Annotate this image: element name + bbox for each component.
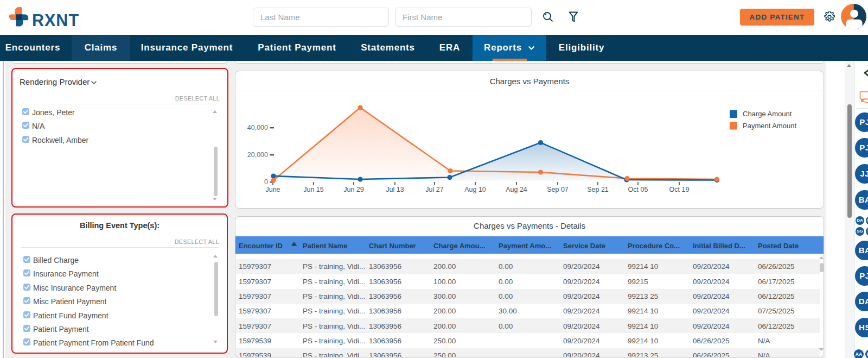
svg-text:40,000: 40,000 bbox=[247, 124, 268, 131]
svg-text:June: June bbox=[265, 186, 280, 193]
svg-text:Aug 24: Aug 24 bbox=[506, 186, 527, 193]
svg-text:Payment Amount: Payment Amount bbox=[743, 122, 796, 130]
svg-text:Jun 15: Jun 15 bbox=[303, 186, 324, 193]
svg-text:Sep 21: Sep 21 bbox=[587, 186, 609, 193]
svg-text:20,000: 20,000 bbox=[247, 151, 268, 159]
svg-text:Oct 19: Oct 19 bbox=[669, 186, 690, 193]
svg-text:Jul 27: Jul 27 bbox=[425, 186, 443, 193]
svg-text:RXNT: RXNT bbox=[32, 11, 79, 29]
svg-text:Jun 29: Jun 29 bbox=[343, 186, 364, 193]
svg-text:0: 0 bbox=[264, 178, 268, 186]
svg-text:Oct 05: Oct 05 bbox=[628, 186, 648, 193]
svg-text:Aug 10: Aug 10 bbox=[464, 186, 486, 193]
svg-text:Charge Amount: Charge Amount bbox=[743, 110, 792, 118]
svg-text:Jul 13: Jul 13 bbox=[386, 186, 404, 193]
svg-text:Sep 07: Sep 07 bbox=[547, 186, 569, 193]
